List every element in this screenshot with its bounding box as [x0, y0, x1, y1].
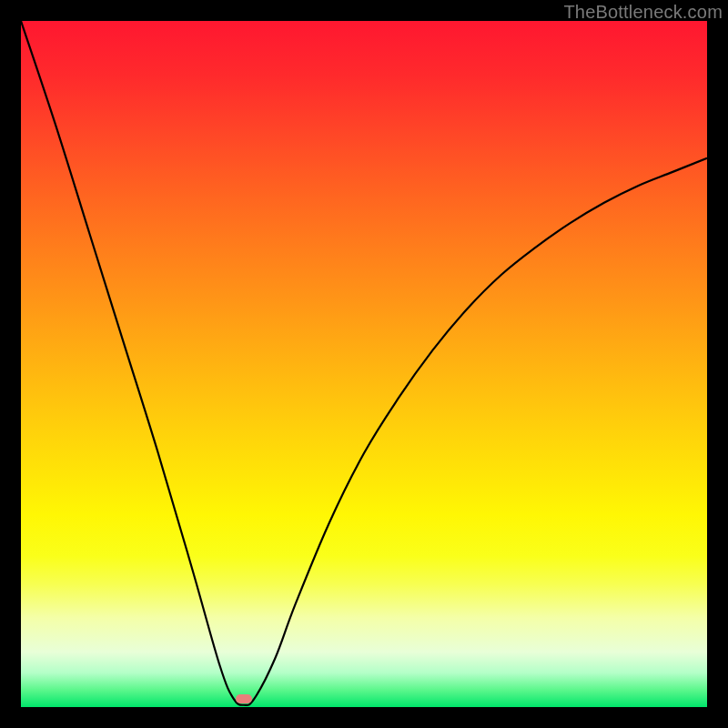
optimal-point-marker: [236, 694, 252, 703]
bottleneck-curve: [21, 21, 707, 707]
bottleneck-plot-area: [21, 21, 707, 707]
watermark-text: TheBottleneck.com: [563, 2, 723, 23]
